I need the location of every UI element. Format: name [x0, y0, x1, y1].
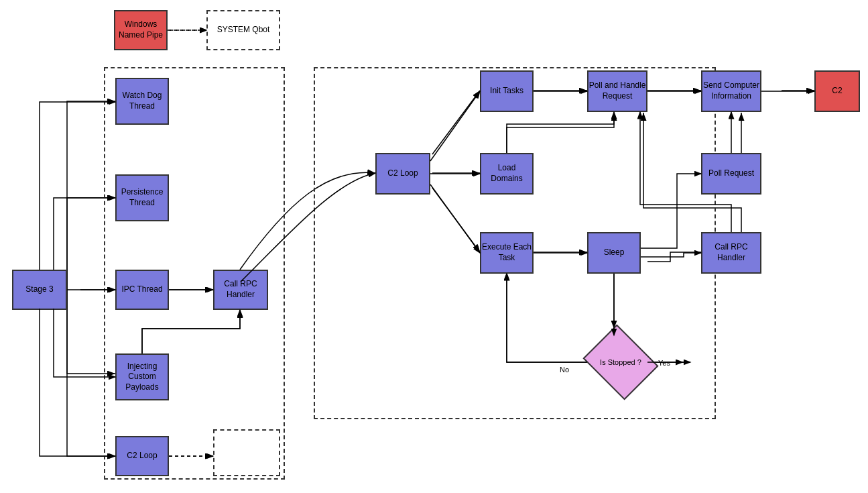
- yes-label: Yes: [658, 359, 670, 367]
- injecting-custom-payloads-label: Injecting Custom Payloads: [117, 362, 168, 393]
- c2-node: C2: [814, 70, 860, 112]
- call-rpc-handler-left-node: Call RPC Handler: [213, 270, 268, 310]
- no-label: No: [560, 366, 569, 374]
- windows-named-pipe-node: Windows Named Pipe: [114, 10, 168, 50]
- persistence-thread-label: Persistence Thread: [117, 187, 168, 208]
- is-stopped-container: Is Stopped ?: [587, 335, 654, 389]
- c2-loop-left-label: C2 Loop: [127, 451, 157, 461]
- system-qbot-node: SYSTEM Qbot: [206, 10, 280, 50]
- poll-handle-request-label: Poll and Handle Request: [588, 80, 646, 101]
- load-domains-node: Load Domains: [480, 153, 534, 195]
- stage3-node: Stage 3: [12, 270, 67, 310]
- c2-label: C2: [832, 86, 842, 97]
- persistence-thread-node: Persistence Thread: [115, 174, 169, 221]
- call-rpc-handler-right-node: Call RPC Handler: [701, 232, 761, 274]
- c2-loop-main-label: C2 Loop: [387, 168, 418, 179]
- poll-request-node: Poll Request: [701, 153, 761, 195]
- system-qbot-label: SYSTEM Qbot: [217, 25, 270, 36]
- load-domains-label: Load Domains: [481, 163, 532, 184]
- diagram: SYSTEM Qbot Windows Named Pipe Watch Dog…: [0, 0, 868, 493]
- execute-each-task-node: Execute Each Task: [480, 232, 534, 274]
- watch-dog-thread-node: Watch Dog Thread: [115, 78, 169, 125]
- poll-handle-request-node: Poll and Handle Request: [587, 70, 647, 112]
- c2-loop-dashed-box: [213, 429, 280, 476]
- sleep-node: Sleep: [587, 232, 641, 274]
- send-computer-info-label: Send Computer Information: [702, 80, 760, 101]
- poll-request-label: Poll Request: [708, 168, 754, 179]
- c2-loop-left-node: C2 Loop: [115, 436, 169, 476]
- send-computer-info-node: Send Computer Information: [701, 70, 761, 112]
- init-tasks-label: Init Tasks: [490, 86, 523, 97]
- windows-named-pipe-label: Windows Named Pipe: [115, 19, 166, 40]
- call-rpc-handler-right-label: Call RPC Handler: [702, 242, 760, 263]
- c2-loop-main-node: C2 Loop: [375, 153, 430, 195]
- execute-each-task-label: Execute Each Task: [481, 242, 532, 263]
- stage3-label: Stage 3: [25, 284, 53, 295]
- watch-dog-thread-label: Watch Dog Thread: [117, 91, 168, 111]
- init-tasks-node: Init Tasks: [480, 70, 534, 112]
- sleep-label: Sleep: [604, 248, 625, 258]
- is-stopped-label: Is Stopped ?: [600, 358, 641, 367]
- call-rpc-handler-left-label: Call RPC Handler: [214, 279, 267, 300]
- ipc-thread-label: IPC Thread: [121, 284, 162, 295]
- injecting-custom-payloads-node: Injecting Custom Payloads: [115, 353, 169, 400]
- ipc-thread-node: IPC Thread: [115, 270, 169, 310]
